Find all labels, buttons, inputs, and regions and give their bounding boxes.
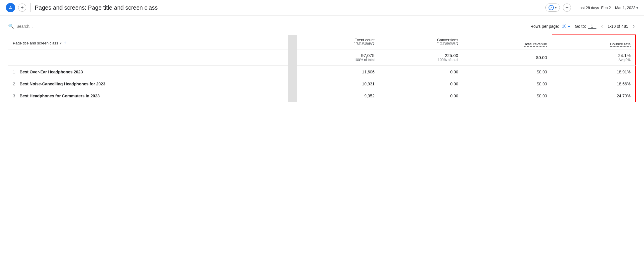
search-input[interactable]: [16, 24, 69, 29]
data-table: Page title and screen class ▾ + Event co…: [8, 35, 636, 102]
row-3-name: 3 Best Headphones for Commuters in 2023: [8, 90, 288, 102]
totals-event-value: 97,075: [302, 53, 375, 58]
page-title: Pages and screens: Page title and screen…: [35, 4, 542, 11]
row-3-title[interactable]: Best Headphones for Commuters in 2023: [20, 94, 100, 98]
checkmark-button[interactable]: ✓ ▾: [545, 4, 560, 12]
col-header-name: Page title and screen class ▾ +: [8, 35, 288, 49]
bounce-rate-label: Bounce rate: [557, 42, 631, 46]
main-content: 🔍 Rows per page: 10 25 50 Go to: ‹ 1-10 …: [0, 15, 644, 109]
col-header-event-count: Event count All events ▾: [297, 35, 379, 49]
divider: [30, 3, 31, 12]
conversions-sub: All events: [440, 42, 455, 46]
goto-wrap: Go to:: [575, 24, 596, 29]
row-1-title[interactable]: Best Over-Ear Headphones 2023: [20, 70, 83, 74]
row-2-event-count: 10,931: [297, 78, 379, 90]
row-2-bounce-rate: 18.66%: [552, 78, 636, 90]
col-header-bounce-rate: Bounce rate: [552, 35, 636, 49]
row-2-revenue: $0.00: [463, 78, 552, 90]
totals-br-value: 24.1%: [557, 53, 631, 58]
top-bar: A + Pages and screens: Page title and sc…: [0, 0, 644, 15]
totals-name-cell: [8, 49, 288, 66]
totals-row: 97,075 100% of total 225.00 100% of tota…: [8, 49, 636, 66]
next-page-button[interactable]: ›: [632, 23, 636, 30]
total-revenue-label: Total revenue: [468, 42, 547, 46]
date-range: Last 28 days Feb 2 – Mar 1, 2023 ▾: [577, 6, 638, 10]
row-1-conversions: 0.00: [379, 66, 463, 78]
chevron-down-icon: ▾: [555, 6, 557, 10]
table-row: 1 Best Over-Ear Headphones 2023 11,606 0…: [8, 66, 636, 78]
rows-per-page-label: Rows per page:: [530, 24, 559, 29]
toolbar: 🔍 Rows per page: 10 25 50 Go to: ‹ 1-10 …: [8, 23, 636, 30]
totals-conv-value: 225.00: [384, 53, 458, 58]
goto-input[interactable]: [588, 24, 596, 29]
row-3-bounce-rate: 24.79%: [552, 90, 636, 102]
col-header-conversions: Conversions All events ▾: [379, 35, 463, 49]
conversions-label: Conversions: [384, 38, 458, 42]
rows-per-page: Rows per page: 10 25 50: [530, 23, 571, 29]
totals-event-pct: 100% of total: [302, 58, 375, 62]
row-2-div: [288, 78, 297, 90]
event-dropdown-icon[interactable]: ▾: [373, 42, 375, 46]
add-col-icon[interactable]: +: [63, 40, 67, 46]
date-caret-icon: ▾: [636, 6, 638, 10]
prev-page-button[interactable]: ‹: [600, 23, 604, 30]
row-1-event-count: 11,606: [297, 66, 379, 78]
totals-br-avg: Avg 0%: [557, 58, 631, 62]
table-row: 3 Best Headphones for Commuters in 2023 …: [8, 90, 636, 102]
row-3-conversions: 0.00: [379, 90, 463, 102]
totals-rev-value: $0.00: [468, 55, 547, 60]
event-count-label: Event count: [302, 38, 375, 42]
add-tab-button[interactable]: +: [18, 4, 26, 12]
totals-revenue: $0.00: [463, 49, 552, 66]
row-2-title[interactable]: Best Noise-Cancelling Headphones for 202…: [20, 82, 105, 86]
conv-dropdown-icon[interactable]: ▾: [457, 42, 458, 46]
avatar: A: [6, 3, 15, 12]
row-1-revenue: $0.00: [463, 66, 552, 78]
totals-bounce-rate: 24.1% Avg 0%: [552, 49, 636, 66]
search-icon: 🔍: [8, 23, 14, 29]
row-3-event-count: 9,352: [297, 90, 379, 102]
check-icon: ✓: [549, 5, 554, 10]
search-wrapper: 🔍: [8, 23, 526, 29]
pagination-controls: Rows per page: 10 25 50 Go to: ‹ 1-10 of…: [530, 23, 636, 30]
rows-per-page-select[interactable]: 10 25 50: [561, 23, 571, 29]
page-range: 1-10 of 485: [608, 24, 628, 29]
row-2-name: 2 Best Noise-Cancelling Headphones for 2…: [8, 78, 288, 90]
goto-label: Go to:: [575, 24, 586, 29]
col-name-label: Page title and screen class: [13, 41, 58, 45]
col-divider: [288, 35, 297, 49]
row-2-conversions: 0.00: [379, 78, 463, 90]
col-header-total-revenue: Total revenue: [463, 35, 552, 49]
row-1-div: [288, 66, 297, 78]
totals-divider: [288, 49, 297, 66]
event-count-sub: All events: [357, 42, 372, 46]
sort-icon[interactable]: ▾: [60, 41, 62, 45]
totals-event-count: 97,075 100% of total: [297, 49, 379, 66]
table-row: 2 Best Noise-Cancelling Headphones for 2…: [8, 78, 636, 90]
table-header-row: Page title and screen class ▾ + Event co…: [8, 35, 636, 49]
row-3-div: [288, 90, 297, 102]
totals-conv-pct: 100% of total: [384, 58, 458, 62]
row-1-name: 1 Best Over-Ear Headphones 2023: [8, 66, 288, 78]
row-3-revenue: $0.00: [463, 90, 552, 102]
totals-conversions: 225.00 100% of total: [379, 49, 463, 66]
add-button-2[interactable]: +: [563, 4, 571, 12]
row-1-bounce-rate: 18.91%: [552, 66, 636, 78]
